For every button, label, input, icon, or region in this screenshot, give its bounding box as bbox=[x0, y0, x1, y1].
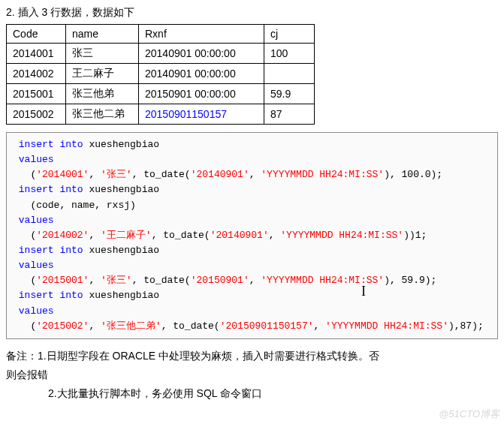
th-cj: cj bbox=[264, 25, 315, 44]
lit-date: '20140901' bbox=[210, 230, 269, 241]
th-code: Code bbox=[7, 25, 66, 44]
kw-values: values bbox=[19, 260, 54, 271]
lit-name: '张三他二弟' bbox=[101, 320, 161, 332]
lit-cj: 100.0 bbox=[402, 169, 431, 180]
lit-name: '张三' bbox=[101, 169, 132, 180]
cell-code: 2014001 bbox=[7, 44, 66, 64]
note-prefix: 备注： bbox=[6, 350, 38, 362]
kw-insert: insert into bbox=[19, 184, 83, 195]
cell-rxnf: 20150901150157 bbox=[139, 104, 264, 125]
lit-date: '20150901' bbox=[191, 275, 249, 286]
cell-rxnf: 20150901 00:00:00 bbox=[139, 84, 264, 104]
notes-block: 备注：1.日期型字段在 ORACLE 中处理较为麻烦，插入时需要进行格式转换。否… bbox=[6, 347, 498, 404]
lit-date: '20140901' bbox=[191, 169, 249, 180]
note-text: 1.日期型字段在 ORACLE 中处理较为麻烦，插入时需要进行格式转换。否 bbox=[38, 350, 379, 362]
lit-date: '20150901150157' bbox=[220, 320, 314, 332]
table-row: 2014002 王二麻子 20140901 00:00:00 bbox=[7, 64, 315, 84]
th-rxnf: Rxnf bbox=[139, 25, 264, 44]
lit-code: '2014002' bbox=[36, 230, 89, 241]
section-heading: 2. 插入 3 行数据，数据如下 bbox=[6, 6, 498, 20]
table-row: 2014001 张三 20140901 00:00:00 100 bbox=[7, 44, 315, 64]
fn-to-date: to_date bbox=[163, 230, 204, 241]
cell-code: 2015002 bbox=[7, 104, 66, 125]
kw-insert: insert into bbox=[19, 139, 83, 150]
note-line: 则会报错 bbox=[6, 365, 498, 384]
cell-cj: 59.9 bbox=[264, 84, 315, 104]
cell-name: 张三他弟 bbox=[66, 84, 139, 104]
lit-name: '王二麻子' bbox=[101, 230, 152, 241]
lit-code: '2014001' bbox=[36, 169, 89, 180]
lit-fmt: 'YYYYMMDD HH24:MI:SS' bbox=[261, 169, 384, 180]
table-header-row: Code name Rxnf cj bbox=[7, 25, 315, 44]
table-row: 2015001 张三他弟 20150901 00:00:00 59.9 bbox=[7, 84, 315, 104]
tbl-name: xueshengbiao bbox=[89, 139, 159, 150]
data-table: Code name Rxnf cj 2014001 张三 20140901 00… bbox=[6, 24, 315, 125]
cell-name: 张三他二弟 bbox=[66, 104, 139, 125]
table-row: 2015002 张三他二弟 20150901150157 87 bbox=[7, 104, 315, 125]
cell-name: 王二麻子 bbox=[66, 64, 139, 84]
fn-to-date: to_date bbox=[143, 275, 185, 286]
note-line: 备注：1.日期型字段在 ORACLE 中处理较为麻烦，插入时需要进行格式转换。否 bbox=[6, 347, 498, 365]
tbl-name: xueshengbiao bbox=[89, 184, 159, 195]
cell-code: 2015001 bbox=[7, 84, 66, 104]
cell-cj bbox=[264, 64, 315, 84]
kw-insert: insert into bbox=[19, 290, 83, 301]
lit-fmt: 'YYYYMMDD HH24:MI:SS' bbox=[280, 230, 403, 241]
tbl-name: xueshengbiao bbox=[89, 245, 159, 256]
cell-rxnf: 20140901 00:00:00 bbox=[139, 44, 264, 64]
tbl-name: xueshengbiao bbox=[89, 290, 159, 301]
cell-rxnf: 20140901 00:00:00 bbox=[139, 64, 264, 84]
cell-cj: 87 bbox=[264, 104, 315, 125]
th-name: name bbox=[66, 25, 139, 44]
lit-cj: 87 bbox=[460, 320, 472, 332]
fn-to-date: to_date bbox=[173, 320, 214, 332]
lit-name: '张三' bbox=[101, 275, 132, 286]
lit-fmt: 'YYYYMMDD HH24:MI:SS' bbox=[325, 320, 448, 332]
kw-insert: insert into bbox=[19, 245, 83, 256]
fn-to-date: to_date bbox=[143, 169, 185, 180]
watermark: @51CTO博客 bbox=[439, 407, 499, 409]
cell-name: 张三 bbox=[66, 44, 139, 64]
kw-values: values bbox=[19, 215, 54, 226]
lit-code: '2015001' bbox=[36, 275, 89, 286]
col-list: (code, name, rxsj) bbox=[30, 200, 135, 211]
kw-values: values bbox=[19, 305, 54, 317]
stmt2-tail: )1; bbox=[409, 230, 427, 241]
text-cursor-icon: I bbox=[361, 281, 366, 302]
cell-cj: 100 bbox=[264, 44, 315, 64]
kw-values: values bbox=[19, 154, 54, 165]
note-line: 2.大批量执行脚本时，务必使用 SQL 命令窗口 bbox=[6, 384, 498, 403]
sql-code-block: insert into xueshengbiao values ('201400… bbox=[6, 132, 498, 339]
cell-code: 2014002 bbox=[7, 64, 66, 84]
lit-code: '2015002' bbox=[36, 320, 89, 332]
note-text: 2.大批量执行脚本时，务必使用 SQL 命令窗口 bbox=[48, 387, 262, 399]
lit-cj: 59.9 bbox=[402, 275, 425, 286]
